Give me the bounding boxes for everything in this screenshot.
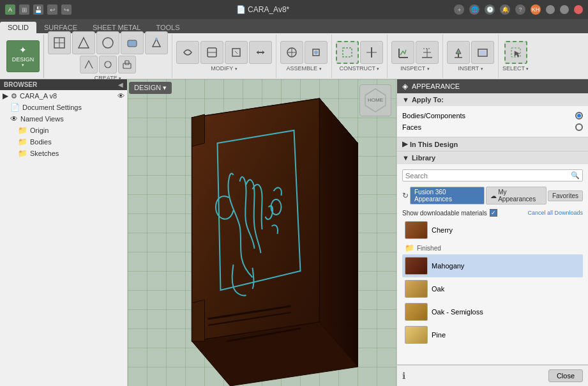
tab-solid[interactable]: SOLID xyxy=(0,22,36,33)
browser-item-docsettings[interactable]: 📄 Document Settings xyxy=(0,102,127,113)
create-icon-6[interactable] xyxy=(80,56,98,73)
show-downloadable-checkbox[interactable]: ✓ xyxy=(490,209,497,217)
design-label: DESIGN ▾ xyxy=(134,84,167,91)
browser-title: BROWSER xyxy=(4,81,37,88)
svg-rect-32 xyxy=(479,50,486,55)
tab-fusion-appearances[interactable]: Fusion 360 Appearances xyxy=(410,187,485,205)
ribbon-group-insert: INSERT ▾ xyxy=(443,35,499,78)
save-icon[interactable]: 💾 xyxy=(33,4,43,15)
user-avatar[interactable]: KH xyxy=(531,4,541,15)
create-icon-4[interactable] xyxy=(121,31,144,54)
select-icon-1[interactable] xyxy=(504,41,527,64)
faces-row: Faces xyxy=(402,121,583,133)
main-area: BROWSER ◀ ▶ ⚙ CARA_A v8 👁 📄 Document Set… xyxy=(0,79,588,386)
construct-icon-1[interactable] xyxy=(336,41,359,64)
faces-radio[interactable] xyxy=(575,123,583,131)
search-input[interactable] xyxy=(403,171,568,181)
material-item-oak[interactable]: Oak xyxy=(402,277,583,300)
titlebar: A ⊞ 💾 ↩ ↪ 📄 CARA_Av8* ＋ 🌐 🕐 🔔 ? KH xyxy=(0,0,588,19)
close-button[interactable] xyxy=(574,5,583,14)
finished-label: Finished xyxy=(417,245,441,252)
browser-item-root[interactable]: ▶ ⚙ CARA_A v8 👁 xyxy=(0,90,127,102)
browser-item-namedviews[interactable]: 👁 Named Views xyxy=(0,113,127,125)
oak-label: Oak xyxy=(432,285,444,293)
create-icon-5[interactable] xyxy=(145,31,168,54)
search-icon[interactable]: 🔍 xyxy=(568,170,582,181)
apply-to-header[interactable]: ▼ Apply To: xyxy=(397,93,588,106)
refresh-icon[interactable]: ↻ xyxy=(402,191,409,200)
assemble-icon-1[interactable] xyxy=(280,41,303,64)
in-this-design-section: ▶ In This Design xyxy=(397,137,588,151)
viewport[interactable]: DESIGN ▾ HOME xyxy=(128,79,396,386)
design-dropdown-button[interactable]: DESIGN ▾ xyxy=(129,82,172,94)
bodies-components-radio[interactable] xyxy=(575,112,583,120)
tab-favorites[interactable]: Favorites xyxy=(548,190,583,201)
tab-my-appearances[interactable]: ☁ My Appearances xyxy=(486,187,547,205)
browser-item-bodies[interactable]: 📁 Bodies xyxy=(0,136,127,148)
right-panel: ◈ APPEARANCE ▼ Apply To: Bodies/Componen… xyxy=(396,79,588,386)
browser-collapse-icon[interactable]: ◀ xyxy=(118,81,123,88)
bodies-icon: 📁 xyxy=(18,137,27,146)
origin-label: Origin xyxy=(30,127,49,134)
new-icon[interactable]: ⊞ xyxy=(19,4,29,15)
inspect-icon-2[interactable] xyxy=(416,41,439,64)
design-button[interactable]: ✦ DESIGN ▾ xyxy=(6,40,40,72)
ribbon: ✦ DESIGN ▾ xyxy=(0,33,588,79)
insert-icon-1[interactable] xyxy=(447,41,470,64)
info-icon[interactable]: ℹ xyxy=(402,371,405,381)
create-icon-7[interactable] xyxy=(99,56,117,73)
my-appearances-label: My Appearances xyxy=(498,189,542,203)
oak-swatch xyxy=(405,280,428,298)
library-search[interactable]: 🔍 xyxy=(402,169,583,181)
ribbon-group-modify: MODIFY ▾ xyxy=(172,35,276,78)
construct-icon-2[interactable] xyxy=(360,41,383,64)
extra-icon-1[interactable]: ＋ xyxy=(454,4,464,15)
ribbon-group-inspect: INSPECT ▾ xyxy=(388,35,443,78)
close-button[interactable]: Close xyxy=(548,369,583,382)
in-this-design-header[interactable]: ▶ In This Design xyxy=(397,137,588,151)
modify-icon-4[interactable] xyxy=(249,41,272,64)
my-appearances-icon: ☁ xyxy=(490,192,497,199)
assemble-icon-2[interactable] xyxy=(305,41,328,64)
inspect-icon-1[interactable] xyxy=(391,41,414,64)
extra-icon-2[interactable]: 🌐 xyxy=(469,4,479,15)
extra-icon-3[interactable]: 🕐 xyxy=(485,4,495,15)
material-item-oak-semigloss[interactable]: Oak - Semigloss xyxy=(402,300,583,323)
create-icon-3[interactable] xyxy=(96,31,119,54)
material-item-cherry[interactable]: Cherry xyxy=(402,219,583,242)
maximize-button[interactable] xyxy=(560,5,569,14)
appearance-header: ◈ APPEARANCE xyxy=(397,79,588,93)
modify-icon-1[interactable] xyxy=(176,41,199,64)
finished-folder[interactable]: 📁 Finished xyxy=(402,242,583,254)
bodies-components-label: Bodies/Components xyxy=(402,112,465,120)
redo-icon[interactable]: ↪ xyxy=(61,4,72,15)
inspect-label: INSPECT ▾ xyxy=(400,65,429,72)
extra-icon-4[interactable]: 🔔 xyxy=(500,4,510,15)
material-item-mahogany[interactable]: Mahogany xyxy=(402,254,583,277)
inspect-icons xyxy=(391,41,439,64)
sketches-label: Sketches xyxy=(30,150,59,157)
create-icon-8[interactable] xyxy=(118,56,136,73)
browser-item-sketches[interactable]: 📁 Sketches xyxy=(0,148,127,159)
browser-item-origin[interactable]: 📁 Origin xyxy=(0,125,127,136)
cancel-downloads-link[interactable]: Cancel all Downloads xyxy=(527,210,583,216)
pine-label: Pine xyxy=(432,331,446,339)
library-header[interactable]: ▼ Library xyxy=(397,151,588,164)
mahogany-swatch xyxy=(405,257,428,275)
help-icon[interactable]: ? xyxy=(515,4,525,15)
create-icon-2[interactable] xyxy=(72,31,95,54)
svg-rect-9 xyxy=(125,61,129,65)
minimize-button[interactable] xyxy=(546,5,555,14)
modify-icon-3[interactable] xyxy=(225,41,248,64)
undo-icon[interactable]: ↩ xyxy=(47,4,57,15)
insert-icon-2[interactable] xyxy=(471,41,494,64)
show-downloadable-label: Show downloadable materials xyxy=(402,210,487,217)
eye-icon[interactable]: 👁 xyxy=(117,92,124,100)
apply-to-chevron: ▼ xyxy=(402,96,409,104)
navigation-cube[interactable]: HOME xyxy=(359,84,391,116)
create-icon-1[interactable] xyxy=(48,31,71,54)
modify-icon-2[interactable] xyxy=(200,41,223,64)
material-item-pine[interactable]: Pine xyxy=(402,323,583,346)
apply-to-section: ▼ Apply To: Bodies/Components Faces xyxy=(397,93,588,137)
insert-label: INSERT ▾ xyxy=(458,65,483,72)
